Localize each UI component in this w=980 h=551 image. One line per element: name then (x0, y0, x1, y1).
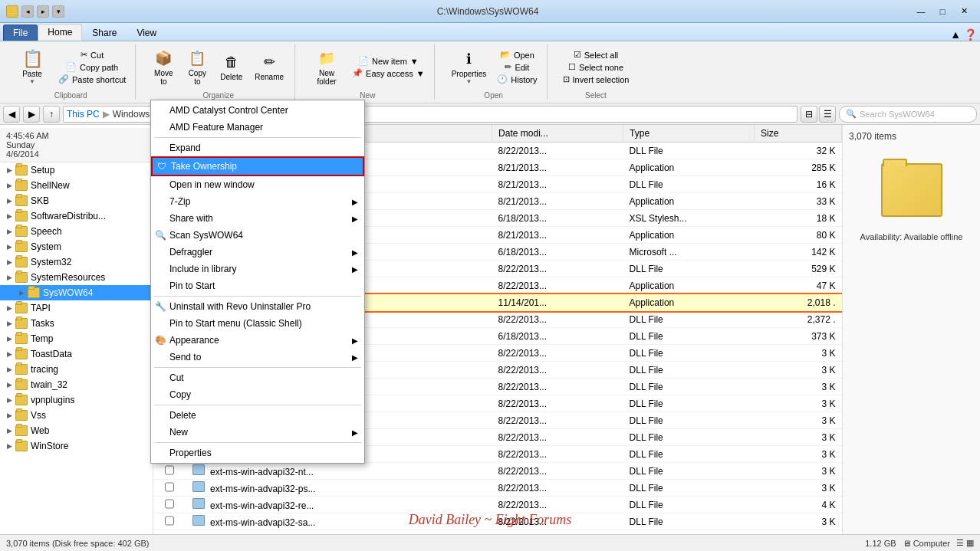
sidebar-item-softwaredistribu[interactable]: ▶SoftwareDistribu... (0, 208, 153, 224)
properties-button[interactable]: ℹ Properties ▼ (447, 48, 492, 87)
sidebar-item-temp[interactable]: ▶Temp (0, 331, 153, 346)
file-name-cell[interactable]: ext-ms-win-advapi32-nt... (186, 463, 492, 480)
copyto-button[interactable]: 📋 Copyto (182, 48, 212, 87)
context-menu-item-pin-to-start-menu-(c[interactable]: Pin to Start menu (Classic Shell) (151, 315, 364, 332)
expand-icon[interactable]: ▶ (3, 164, 15, 176)
expand-icon[interactable]: ▶ (15, 287, 28, 299)
context-menu-item-properties[interactable]: Properties (151, 444, 364, 461)
paste-button[interactable]: 📋 Paste ▼ (12, 48, 52, 87)
selectall-button[interactable]: ☑ Select all (560, 49, 633, 61)
sidebar-item-setup[interactable]: ▶Setup (0, 162, 153, 178)
context-menu-item-share-with[interactable]: Share with▶ (151, 210, 364, 227)
col-type[interactable]: Type (623, 125, 755, 143)
expand-icon[interactable]: ▶ (3, 256, 15, 268)
expand-icon[interactable]: ▶ (3, 425, 15, 437)
close-button[interactable]: ✕ (954, 4, 974, 19)
expand-icon[interactable]: ▶ (3, 409, 15, 421)
tab-view[interactable]: View (127, 25, 166, 41)
selectnone-button[interactable]: ☐ Select none (560, 61, 633, 73)
title-forward-btn[interactable]: ▸ (37, 5, 49, 18)
paste-shortcut-button[interactable]: 🔗 Paste shortcut (55, 74, 129, 85)
context-menu-item-copy[interactable]: Copy (151, 386, 364, 403)
paste-arrow[interactable]: ▼ (29, 78, 35, 85)
sidebar-item-skb[interactable]: ▶SKB (0, 193, 153, 208)
row-checkbox[interactable] (153, 480, 186, 497)
newitem-button[interactable]: 📄 New item ▼ (349, 55, 428, 67)
row-checkbox[interactable] (153, 497, 186, 513)
context-menu-item-open-in-new-window[interactable]: Open in new window (151, 176, 364, 193)
up-button[interactable]: ↑ (43, 106, 60, 123)
address-pc[interactable]: This PC (67, 109, 100, 120)
view-mode-btn[interactable]: ☰ (819, 106, 836, 123)
sidebar-item-speech[interactable]: ▶Speech (0, 224, 153, 239)
context-menu-item-scan-syswow64[interactable]: 🔍Scan SysWOW64 (151, 227, 364, 244)
sidebar-item-toastdata[interactable]: ▶ToastData (0, 346, 153, 362)
context-menu-item-take-ownership[interactable]: 🛡Take Ownership (151, 156, 364, 176)
easyaccess-button[interactable]: 📌 Easy access ▼ (349, 67, 428, 79)
sidebar-item-system[interactable]: ▶System (0, 239, 153, 254)
tab-share[interactable]: Share (82, 25, 127, 41)
expand-icon[interactable]: ▶ (3, 317, 15, 330)
tab-file[interactable]: File (3, 25, 38, 41)
expand-icon[interactable]: ▶ (3, 394, 15, 406)
col-size[interactable]: Size (754, 125, 841, 143)
expand-icon[interactable]: ▶ (3, 440, 15, 452)
rename-button[interactable]: ✏ Rename (250, 51, 288, 83)
properties-arrow[interactable]: ▼ (466, 78, 472, 85)
table-row[interactable]: ext-ms-win-advapi32-sa... 8/22/2013... D… (153, 513, 842, 530)
sidebar-item-system32[interactable]: ▶System32 (0, 254, 153, 270)
context-menu-item-defraggler[interactable]: Defraggler▶ (151, 244, 364, 261)
tab-home[interactable]: Home (38, 24, 82, 41)
expand-icon[interactable]: ▶ (3, 302, 15, 314)
back-button[interactable]: ◀ (3, 106, 20, 123)
table-row[interactable]: ext-ms-win-advapi32-nt... 8/22/2013... D… (153, 463, 842, 480)
context-menu-item-send-to[interactable]: Send to▶ (151, 349, 364, 366)
file-name-cell[interactable]: ext-ms-win-advapi32-re... (186, 497, 492, 513)
help-btn[interactable]: ❓ (964, 28, 977, 41)
sidebar-item-web[interactable]: ▶Web (0, 423, 153, 438)
sidebar-item-tapi[interactable]: ▶TAPI (0, 300, 153, 316)
file-name-cell[interactable]: ext-ms-win-advapi32-sa... (186, 513, 492, 530)
sidebar-item-vpnplugins[interactable]: ▶vpnplugins (0, 392, 153, 408)
context-menu-item-appearance[interactable]: 🎨Appearance▶ (151, 332, 364, 349)
sidebar-item-twain32[interactable]: ▶twain_32 (0, 377, 153, 392)
cut-button[interactable]: ✂ Cut (55, 49, 129, 61)
maximize-button[interactable]: □ (932, 4, 952, 19)
context-menu-item-uninstall-with-revo-[interactable]: 🔧Uninstall with Revo Uninstaller Pro (151, 298, 364, 315)
expand-icon[interactable]: ▶ (3, 195, 15, 207)
sidebar-item-tasks[interactable]: ▶Tasks (0, 316, 153, 331)
context-menu-item-amd-catalyst-control[interactable]: AMD Catalyst Control Center (151, 102, 364, 119)
view-icons[interactable]: ☰ ▦ (956, 538, 974, 548)
delete-button[interactable]: 🗑 Delete (215, 51, 247, 83)
context-menu-item-expand[interactable]: Expand (151, 139, 364, 156)
col-date[interactable]: Date modi... (492, 125, 623, 143)
expand-icon[interactable]: ▶ (3, 379, 15, 391)
sidebar-item-vss[interactable]: ▶Vss (0, 408, 153, 423)
title-up-btn[interactable]: ▾ (52, 5, 64, 18)
expand-icon[interactable]: ▶ (3, 241, 15, 253)
open-button[interactable]: 📂 Open (494, 49, 540, 61)
ribbon-collapse-btn[interactable]: ▲ (950, 28, 961, 41)
expand-icon[interactable]: ▶ (3, 333, 15, 345)
table-row[interactable]: ext-ms-win-advapi32-ps... 8/22/2013... D… (153, 480, 842, 497)
context-menu-item-pin-to-start[interactable]: Pin to Start (151, 277, 364, 294)
invertselection-button[interactable]: ⊡ Invert selection (560, 74, 633, 85)
address-win[interactable]: Windows (113, 109, 150, 120)
expand-icon[interactable]: ▶ (3, 348, 15, 360)
sidebar-item-systemresources[interactable]: ▶SystemResources (0, 270, 153, 285)
expand-icon[interactable]: ▶ (3, 271, 15, 284)
file-name-cell[interactable]: ext-ms-win-advapi32-ps... (186, 480, 492, 497)
search-bar[interactable]: 🔍 Search SysWOW64 (839, 106, 977, 123)
row-checkbox[interactable] (153, 513, 186, 530)
expand-icon[interactable]: ▶ (3, 210, 15, 222)
newfolder-button[interactable]: 📁 Newfolder (307, 48, 346, 87)
edit-button[interactable]: ✏ Edit (494, 61, 540, 73)
expand-icon[interactable]: ▶ (3, 363, 15, 376)
moveto-button[interactable]: 📦 Moveto (148, 48, 179, 87)
expand-icon[interactable]: ▶ (3, 225, 15, 238)
expand-icon[interactable]: ▶ (3, 179, 15, 192)
context-menu-item-amd-feature-manager[interactable]: AMD Feature Manager (151, 119, 364, 136)
forward-button[interactable]: ▶ (23, 106, 40, 123)
filter-btn[interactable]: ⊟ (801, 106, 817, 123)
sidebar-item-shellnew[interactable]: ▶ShellNew (0, 178, 153, 193)
